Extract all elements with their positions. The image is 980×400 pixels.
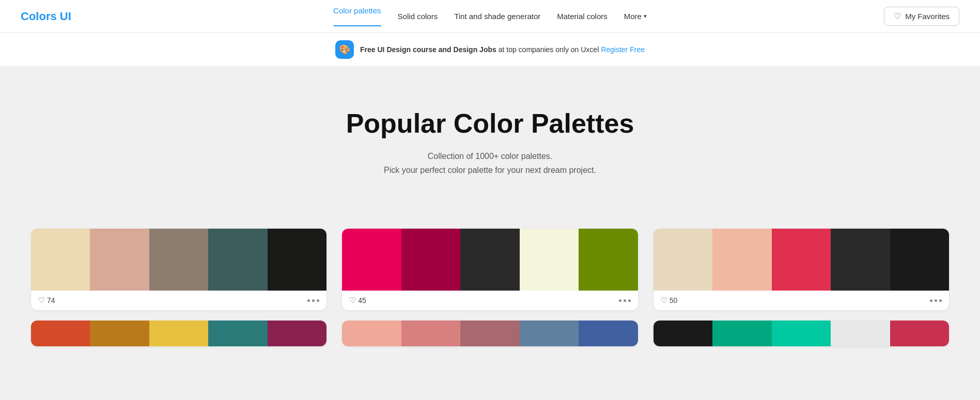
banner-icon: 🎨 (335, 40, 354, 59)
color-swatch (579, 229, 637, 291)
color-swatch (401, 229, 460, 291)
palette-colors-partial (342, 321, 637, 346)
color-swatch (208, 321, 267, 346)
logo-text-blue: UI (60, 10, 71, 23)
color-swatch (890, 229, 949, 291)
heart-icon: ♡ (38, 296, 45, 305)
color-swatch (90, 229, 149, 291)
palette-card-partial (342, 321, 637, 346)
palette-card-partial (654, 321, 949, 346)
color-swatch (772, 321, 831, 346)
hero-section: Popular Color Palettes Collection of 100… (0, 67, 980, 208)
dot-icon (930, 299, 932, 302)
palette-card: ♡45 (342, 229, 637, 310)
color-swatch (654, 321, 712, 346)
likes-count: 45 (358, 296, 366, 305)
dot-icon (317, 299, 319, 302)
heart-icon: ♡ (349, 296, 356, 305)
palette-card: ♡74 (31, 229, 326, 310)
dot-icon (307, 299, 310, 302)
nav-solid-colors[interactable]: Solid colors (398, 12, 438, 21)
color-swatch (149, 229, 208, 291)
palette-colors-partial (654, 321, 949, 346)
color-swatch (401, 321, 460, 346)
color-swatch (712, 321, 771, 346)
color-swatch (712, 229, 771, 291)
palette-grid-bottom (0, 310, 980, 346)
heart-icon: ♡ (894, 11, 901, 21)
hero-subtitle-line1: Collection of 1000+ color palettes. (428, 152, 552, 161)
palette-footer: ♡50 (654, 291, 949, 310)
promo-banner: 🎨 Free UI Design course and Design Jobs … (0, 33, 980, 67)
palette-grid: ♡74♡45♡50 (0, 208, 980, 310)
banner-bold-text: Free UI Design course and Design Jobs (360, 45, 496, 54)
color-swatch (90, 321, 149, 346)
color-swatch (268, 229, 326, 291)
palette-colors (654, 229, 949, 291)
nav-links: Color palettes Solid colors Tint and sha… (333, 6, 647, 26)
dot-icon (312, 299, 315, 302)
nav-tint-shade[interactable]: Tint and shade generator (454, 12, 540, 21)
palette-colors (31, 229, 326, 291)
nav-more[interactable]: More ▾ (624, 12, 647, 21)
dot-icon (619, 299, 621, 302)
color-swatch (31, 321, 90, 346)
color-swatch (890, 321, 949, 346)
color-swatch (460, 229, 519, 291)
dot-icon (628, 299, 631, 302)
color-swatch (342, 321, 401, 346)
color-swatch (520, 321, 579, 346)
nav-color-palettes[interactable]: Color palettes (333, 6, 381, 26)
hero-subtitle-line2: Pick your perfect color palette for your… (384, 166, 596, 174)
heart-icon: ♡ (661, 296, 667, 305)
color-swatch (460, 321, 519, 346)
color-swatch (831, 321, 890, 346)
color-swatch (772, 229, 831, 291)
hero-title: Popular Color Palettes (10, 108, 970, 139)
color-swatch (579, 321, 637, 346)
color-swatch (520, 229, 579, 291)
nav-material-colors[interactable]: Material colors (557, 12, 608, 21)
logo[interactable]: Colors UI (21, 10, 71, 23)
chevron-down-icon: ▾ (644, 13, 647, 20)
color-swatch (342, 229, 401, 291)
color-swatch (31, 229, 90, 291)
banner-regular-text: at top companies only on Uxcel (499, 45, 601, 54)
color-swatch (149, 321, 208, 346)
palette-likes[interactable]: ♡50 (661, 296, 678, 305)
dot-icon (939, 299, 942, 302)
palette-footer: ♡74 (31, 291, 326, 310)
likes-count: 74 (47, 296, 55, 305)
my-favorites-button[interactable]: ♡ My Favorites (884, 7, 959, 26)
palette-more-button[interactable] (930, 299, 942, 302)
color-swatch (831, 229, 890, 291)
palette-likes[interactable]: ♡74 (38, 296, 55, 305)
color-swatch (208, 229, 267, 291)
banner-text: Free UI Design course and Design Jobs at… (360, 45, 645, 54)
dot-icon (624, 299, 626, 302)
palette-likes[interactable]: ♡45 (349, 296, 366, 305)
navbar: Colors UI Color palettes Solid colors Ti… (0, 0, 980, 33)
my-favorites-label: My Favorites (905, 12, 950, 21)
color-swatch (654, 229, 712, 291)
palette-colors (342, 229, 637, 291)
palette-more-button[interactable] (619, 299, 631, 302)
palette-card-partial (31, 321, 326, 346)
banner-register-link[interactable]: Register Free (601, 45, 645, 54)
color-swatch (268, 321, 326, 346)
logo-text-black: Colors (21, 10, 60, 23)
dot-icon (935, 299, 937, 302)
palette-footer: ♡45 (342, 291, 637, 310)
palette-card: ♡50 (654, 229, 949, 310)
likes-count: 50 (670, 296, 678, 305)
palette-colors-partial (31, 321, 326, 346)
palette-more-button[interactable] (307, 299, 319, 302)
hero-subtitle: Collection of 1000+ color palettes. Pick… (10, 149, 970, 177)
